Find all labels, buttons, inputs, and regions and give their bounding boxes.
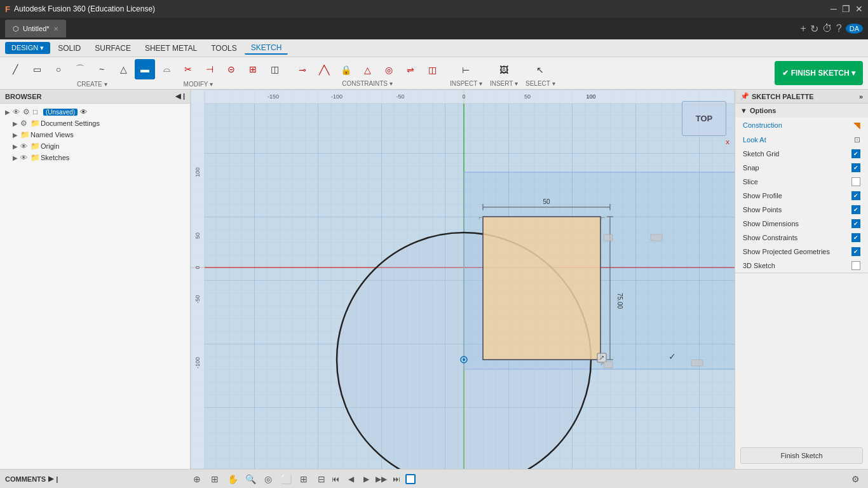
viewport-pan-btn[interactable]: ✋ [225,471,240,487]
insert-label[interactable]: INSERT ▾ [490,80,518,87]
palette-section-header[interactable]: ▼ Options [735,104,868,118]
tree-item-root[interactable]: ▶ 👁 ⚙ □ (Unsaved) 👁 [0,106,190,118]
rect-tool[interactable]: ▭ [27,59,47,79]
view-cube[interactable]: TOP X [679,95,729,146]
comments-add-icon[interactable]: | [56,475,58,483]
concentric-tool[interactable]: ◎ [379,60,399,80]
tree-item-origin[interactable]: ▶ 👁 📁 Origin [0,140,190,152]
show-points-checkbox[interactable]: ✔ [851,205,860,214]
viewport-panel-btn[interactable]: ⊟ [314,471,329,487]
help-icon[interactable]: ? [836,23,842,34]
settings-gear-button[interactable]: ⚙ [848,471,863,487]
view-cube-container[interactable]: TOP X [679,95,729,146]
menu-tools[interactable]: TOOLS [205,43,243,54]
close-button[interactable]: ✕ [855,4,863,14]
viewport-display-btn[interactable]: ⊞ [296,471,311,487]
inspect-measure[interactable]: ⊢ [456,60,476,80]
construction-icon[interactable]: ◥ [853,120,860,130]
fillet-tool[interactable]: ⌓ [156,59,177,79]
break-tool[interactable]: ⊝ [221,59,241,79]
svg-text:75.00: 75.00 [616,293,623,309]
user-avatar[interactable]: DA [846,24,863,34]
view-cube-top-face[interactable]: TOP [682,101,726,136]
tree-eye-root[interactable]: 👁 [13,108,23,116]
show-dimensions-checkbox[interactable]: ✔ [851,219,860,228]
viewport-orbit-btn[interactable]: ◎ [261,471,276,487]
show-constraints-checkbox[interactable]: ✔ [851,233,860,242]
show-profile-checkbox[interactable]: ✔ [851,191,860,200]
project-tool[interactable]: ◫ [264,59,285,79]
tree-item-named-views[interactable]: ▶ 📁 Named Views [0,129,190,140]
viewport-snap-btn[interactable]: ⊕ [189,471,205,487]
viewport-grid-btn[interactable]: ⊞ [207,471,222,487]
insert-img[interactable]: 🖼 [494,60,514,80]
finish-sketch-palette-button[interactable]: Finish Sketch [740,447,863,464]
polygon-tool[interactable]: △ [113,59,133,79]
browser-collapse-icon[interactable]: | [183,92,185,100]
tree-settings-icon[interactable]: ⚙ [23,107,33,116]
design-button[interactable]: DESIGN ▾ [5,42,50,54]
lock-tool[interactable]: 🔒 [336,60,356,80]
tree-item-sketches[interactable]: ▶ 👁 📁 Sketches [0,152,190,163]
menu-surface[interactable]: SURFACE [88,43,137,54]
look-at-label[interactable]: Look At [743,136,766,144]
browser-pin-icon[interactable]: ◀ [175,92,180,100]
menu-sheet-metal[interactable]: SHEET METAL [139,43,203,54]
trim-tool[interactable]: ✂ [178,59,198,79]
history-icon[interactable]: ⏱ [822,23,832,34]
minimize-button[interactable]: ─ [831,4,837,14]
arc-tool[interactable]: ⌒ [70,59,90,79]
show-projected-checkbox[interactable]: ✔ [851,247,860,256]
tree-settings-icon-doc[interactable]: ⚙ [20,119,31,128]
viewport-view-btn[interactable]: ⬜ [278,471,294,487]
construction-label[interactable]: Construction [743,121,782,129]
offset-tool[interactable]: ⊞ [243,59,263,79]
viewport-zoom-btn[interactable]: 🔍 [243,471,258,487]
tangent-tool[interactable]: △ [357,60,377,80]
modify-label[interactable]: MODIFY ▾ [184,81,213,88]
look-at-icon[interactable]: ⊡ [854,135,860,144]
tree-eye-origin[interactable]: 👁 [20,142,31,150]
timeline-last-btn[interactable]: ⏭ [390,473,403,485]
collinear-tool[interactable]: ╱╲ [314,60,334,80]
circle-tool[interactable]: ○ [48,59,69,79]
3d-sketch-checkbox[interactable] [851,261,860,270]
timeline-next-btn[interactable]: ▶▶ [375,473,388,485]
timeline-first-btn[interactable]: ⏮ [329,473,342,485]
3d-sketch-label: 3D Sketch [743,262,775,269]
tree-eye2-root[interactable]: 👁 [80,108,87,116]
symmetry-tool[interactable]: ⇌ [400,60,421,80]
rect-fill-tool[interactable]: ▬ [135,59,155,79]
svg-text:50: 50 [524,93,531,100]
restore-button[interactable]: ❐ [842,4,850,14]
select-tool[interactable]: ↖ [530,60,550,80]
menu-solid[interactable]: SOLID [51,43,87,54]
timeline-marker[interactable] [405,474,416,484]
timeline-prev-btn[interactable]: ◀ [344,473,357,485]
timeline-play-btn[interactable]: ▶ [360,473,372,485]
palette-expand-icon[interactable]: » [859,93,863,100]
canvas-area[interactable]: 0 -50 -100 -150 50 100 100 100 50 0 -50 … [191,90,735,469]
select-label[interactable]: SELECT ▾ [526,80,555,87]
finish-sketch-button[interactable]: ✔ FINISH SKETCH ▾ [775,61,863,85]
coincident-tool[interactable]: ⊸ [292,60,313,80]
spline-tool[interactable]: ~ [92,59,112,79]
sketch-grid-checkbox[interactable]: ✔ [851,149,860,158]
palette-pin-icon[interactable]: 📌 [740,92,749,100]
menu-sketch[interactable]: SKETCH [245,42,288,55]
comments-expand-icon[interactable]: ▶ [48,475,53,483]
tree-item-doc-settings[interactable]: ▶ ⚙ 📁 Document Settings [0,118,190,129]
inspect-label[interactable]: INSPECT ▾ [450,80,482,87]
create-label[interactable]: CREATE ▾ [77,81,107,88]
snap-checkbox[interactable]: ✔ [851,163,860,172]
extend-tool[interactable]: ⊣ [200,59,220,79]
tab-close-button[interactable]: ✕ [53,25,58,32]
cloud-sync-icon[interactable]: ↻ [810,23,818,35]
slice-checkbox[interactable] [851,177,860,186]
tab-untitled[interactable]: ⬡ Untitled* ✕ [5,20,66,37]
curvature-tool[interactable]: ◫ [422,60,442,80]
line-tool[interactable]: ╱ [5,59,25,79]
tree-eye-sketches[interactable]: 👁 [20,154,31,161]
constraints-label[interactable]: CONSTRAINTS ▾ [342,80,392,87]
add-tab-button[interactable]: + [800,23,806,34]
